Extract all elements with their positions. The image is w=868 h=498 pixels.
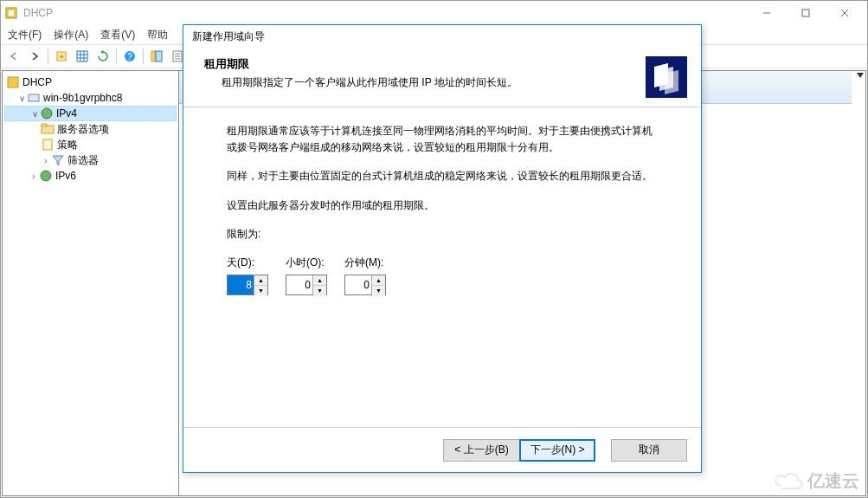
days-label: 天(D): [227, 255, 268, 271]
policy-icon [41, 138, 55, 152]
wizard-paragraph-1: 租用期限通常应该等于计算机连接至同一物理网络消耗的平均时间。对于主要由便携式计算… [227, 123, 658, 156]
minimize-button[interactable] [747, 1, 786, 25]
tree-ipv4[interactable]: ∨ IPv4 [4, 106, 177, 121]
spin-up-icon[interactable]: ▲ [254, 275, 267, 286]
tree-server[interactable]: ∨ win-9b1gvrpbhc8 [4, 90, 177, 106]
days-spinner[interactable]: ▲ ▼ [227, 275, 268, 295]
tree-server-label: win-9b1gvrpbhc8 [43, 92, 122, 104]
svg-rect-22 [29, 94, 39, 101]
wizard-footer: < 上一步(B) 下一步(N) > 取消 [183, 427, 701, 472]
menu-file[interactable]: 文件(F) [8, 28, 42, 42]
hours-spinner[interactable]: ▲ ▼ [286, 275, 327, 295]
next-button[interactable]: 下一步(N) > [519, 439, 595, 462]
menu-help[interactable]: 帮助 [147, 28, 168, 42]
spin-down-icon[interactable]: ▼ [313, 286, 326, 295]
svg-point-27 [41, 171, 51, 181]
wizard-titlebar[interactable]: 新建作用域向导 [183, 25, 701, 48]
tree-ipv4-label: IPv4 [56, 107, 77, 120]
filter-icon [51, 153, 65, 167]
svg-rect-3 [802, 10, 809, 16]
ipv6-icon [39, 169, 53, 183]
nav-back-icon[interactable] [4, 47, 23, 66]
toolbar-refresh-icon[interactable] [93, 47, 113, 66]
collapse-icon[interactable]: ∨ [16, 94, 27, 103]
minutes-input[interactable] [345, 275, 371, 294]
folder-icon [41, 122, 55, 136]
svg-text:?: ? [127, 52, 132, 61]
main-titlebar: DHCP [1, 1, 867, 25]
svg-rect-16 [156, 51, 162, 61]
ipv4-icon [40, 107, 54, 120]
tree-panel[interactable]: DHCP ∨ win-9b1gvrpbhc8 ∨ IPv4 服务器选项 策略 [2, 70, 179, 496]
tree-root-dhcp[interactable]: DHCP [4, 74, 177, 90]
svg-text:✦: ✦ [58, 52, 65, 61]
new-scope-wizard-dialog: 新建作用域向导 租用期限 租用期限指定了一个客户端从此作用域使用 IP 地址的时… [183, 24, 702, 473]
window-controls [747, 1, 864, 25]
wizard-header-title: 租用期限 [204, 56, 646, 72]
wizard-header-desc: 租用期限指定了一个客户端从此作用域使用 IP 地址的时间长短。 [204, 75, 646, 90]
tree-ipv6[interactable]: › IPv6 [4, 168, 177, 184]
toolbar-layout-icon[interactable] [147, 47, 166, 66]
wizard-banner-icon [646, 56, 687, 98]
svg-rect-15 [151, 51, 155, 61]
hours-input[interactable] [286, 275, 312, 294]
back-button[interactable]: < 上一步(B) [443, 439, 519, 462]
tree-server-options[interactable]: 服务器选项 [4, 121, 177, 137]
menu-view[interactable]: 查看(V) [100, 28, 135, 42]
dhcp-app-icon [4, 6, 18, 20]
wizard-window-title: 新建作用域向导 [192, 29, 265, 44]
watermark-text: 亿速云 [807, 469, 859, 493]
svg-rect-1 [9, 10, 14, 16]
close-button[interactable] [825, 1, 864, 25]
minutes-spinner[interactable]: ▲ ▼ [344, 275, 386, 295]
tree-ipv6-label: IPv6 [55, 170, 76, 182]
toolbar-add-icon[interactable]: ✦ [52, 47, 71, 66]
spin-up-icon[interactable]: ▲ [313, 275, 326, 286]
svg-rect-25 [42, 124, 47, 126]
svg-rect-21 [8, 77, 18, 87]
tree-policy-label: 策略 [57, 138, 78, 152]
tree-filter[interactable]: › 筛选器 [4, 152, 177, 168]
cancel-button[interactable]: 取消 [611, 439, 687, 462]
svg-point-23 [42, 108, 52, 119]
tree-server-options-label: 服务器选项 [57, 122, 109, 137]
toolbar-help-icon[interactable]: ? [120, 47, 139, 66]
hours-label: 小时(O): [286, 255, 327, 271]
wizard-paragraph-3: 设置由此服务器分发时的作用域的租用期限。 [227, 197, 658, 214]
tree-policy[interactable]: 策略 [4, 137, 177, 152]
wizard-limit-label: 限制为: [227, 226, 658, 243]
toolbar-grid-icon[interactable] [73, 47, 92, 66]
expand-icon[interactable]: › [29, 171, 39, 181]
svg-rect-8 [77, 51, 87, 61]
collapse-icon[interactable]: ∨ [29, 109, 40, 119]
wizard-paragraph-2: 同样，对于主要由位置固定的台式计算机组成的稳定网络来说，设置较长的租用期限更合适… [227, 168, 658, 184]
watermark: 亿速云 [775, 469, 859, 493]
spin-down-icon[interactable]: ▼ [254, 286, 267, 295]
wizard-header: 租用期限 租用期限指定了一个客户端从此作用域使用 IP 地址的时间长短。 [183, 48, 701, 107]
spin-down-icon[interactable]: ▼ [372, 286, 385, 295]
lease-duration-inputs: 天(D): ▲ ▼ 小时(O): ▲ ▼ [227, 255, 658, 295]
svg-rect-26 [43, 139, 52, 150]
expand-icon[interactable]: › [41, 156, 51, 165]
tree-filter-label: 筛选器 [68, 153, 99, 168]
dhcp-icon [6, 75, 20, 89]
maximize-button[interactable] [786, 1, 825, 25]
wizard-body: 租用期限通常应该等于计算机连接至同一物理网络消耗的平均时间。对于主要由便携式计算… [183, 107, 701, 427]
spin-up-icon[interactable]: ▲ [372, 275, 385, 286]
tree-root-label: DHCP [23, 76, 52, 88]
days-input[interactable] [228, 275, 254, 294]
minutes-label: 分钟(M): [344, 255, 386, 271]
nav-forward-icon[interactable] [25, 47, 44, 66]
main-window-title: DHCP [23, 7, 747, 19]
menu-action[interactable]: 操作(A) [54, 28, 88, 42]
server-icon [27, 91, 41, 105]
